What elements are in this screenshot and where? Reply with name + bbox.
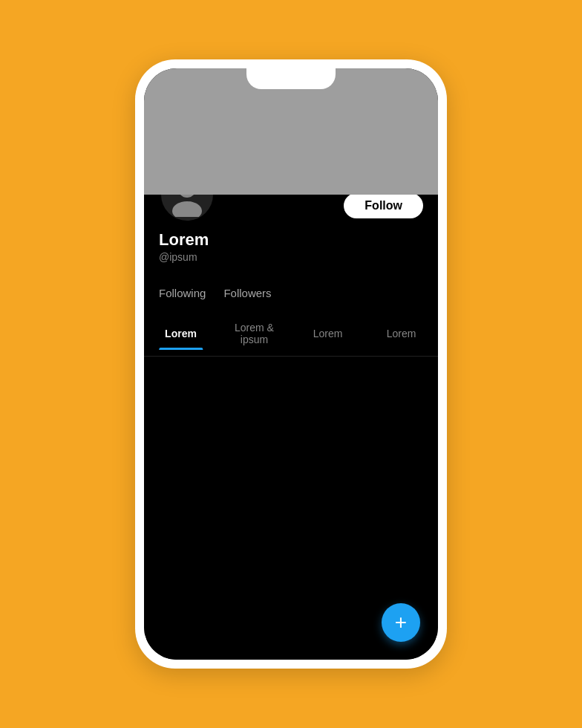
profile-section: Follow Lorem @ipsum xyxy=(144,195,438,275)
tab-lorem-1[interactable]: Lorem xyxy=(144,317,218,350)
followers-stat[interactable]: Followers xyxy=(223,287,271,299)
svg-point-1 xyxy=(172,201,202,217)
tab-lorem-3-label: Lorem xyxy=(387,328,416,339)
content-area: + xyxy=(144,357,438,660)
fab-button[interactable]: + xyxy=(382,603,420,642)
phone-frame: Follow Lorem @ipsum Following Followers … xyxy=(135,59,447,669)
tab-lorem-3[interactable]: Lorem xyxy=(364,317,438,350)
phone-screen: Follow Lorem @ipsum Following Followers … xyxy=(144,68,438,660)
plus-icon: + xyxy=(395,612,407,633)
following-stat[interactable]: Following xyxy=(159,287,206,299)
followers-label: Followers xyxy=(223,287,271,299)
tab-lorem-2[interactable]: Lorem xyxy=(291,317,364,350)
tab-lorem-ipsum[interactable]: Lorem & ipsum xyxy=(218,311,291,356)
tab-lorem-ipsum-label: Lorem & ipsum xyxy=(235,322,274,345)
follow-button[interactable]: Follow xyxy=(344,193,423,218)
user-name: Lorem xyxy=(159,230,423,250)
tab-lorem-2-label: Lorem xyxy=(313,328,343,339)
user-handle: @ipsum xyxy=(159,251,423,263)
phone-notch xyxy=(246,68,336,89)
stats-row: Following Followers xyxy=(144,275,438,311)
tab-lorem-1-label: Lorem xyxy=(165,328,197,339)
following-label: Following xyxy=(159,287,206,299)
tabs-row: Lorem Lorem & ipsum Lorem Lorem xyxy=(144,311,438,357)
